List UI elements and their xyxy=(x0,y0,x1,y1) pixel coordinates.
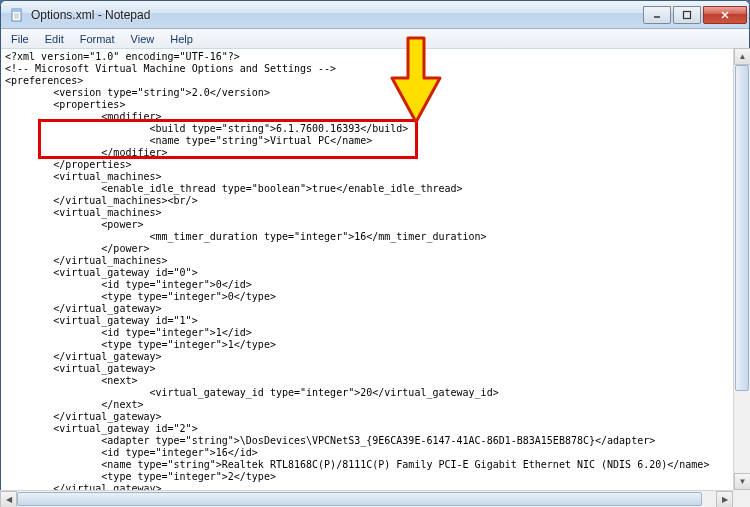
horizontal-scrollbar[interactable]: ◀ ▶ xyxy=(0,490,733,507)
scroll-down-button[interactable]: ▼ xyxy=(734,473,750,490)
maximize-button[interactable] xyxy=(673,6,701,24)
menu-edit[interactable]: Edit xyxy=(37,29,72,48)
scroll-thumb-vertical[interactable] xyxy=(735,65,749,391)
menu-file[interactable]: File xyxy=(3,29,37,48)
close-button[interactable] xyxy=(703,6,747,24)
notepad-window: Options.xml - Notepad File Edit Format V… xyxy=(0,0,750,507)
menu-format[interactable]: Format xyxy=(72,29,123,48)
text-area[interactable]: <?xml version="1.0" encoding="UTF-16"?> … xyxy=(1,49,749,506)
window-controls xyxy=(643,6,747,24)
svg-rect-6 xyxy=(684,11,691,18)
document-text[interactable]: <?xml version="1.0" encoding="UTF-16"?> … xyxy=(5,51,731,506)
scroll-track-vertical[interactable] xyxy=(734,65,750,473)
scroll-right-button[interactable]: ▶ xyxy=(716,491,733,507)
scroll-corner xyxy=(733,490,750,507)
scroll-up-button[interactable]: ▲ xyxy=(734,48,750,65)
vertical-scrollbar[interactable]: ▲ ▼ xyxy=(733,48,750,490)
menu-view[interactable]: View xyxy=(123,29,163,48)
menu-help[interactable]: Help xyxy=(162,29,201,48)
scroll-thumb-horizontal[interactable] xyxy=(17,492,702,506)
menubar: File Edit Format View Help xyxy=(1,29,749,49)
window-title: Options.xml - Notepad xyxy=(31,8,643,22)
scroll-track-horizontal[interactable] xyxy=(17,491,716,507)
titlebar[interactable]: Options.xml - Notepad xyxy=(1,1,749,29)
svg-rect-1 xyxy=(12,9,21,12)
notepad-icon xyxy=(9,7,25,23)
scroll-left-button[interactable]: ◀ xyxy=(0,491,17,507)
minimize-button[interactable] xyxy=(643,6,671,24)
